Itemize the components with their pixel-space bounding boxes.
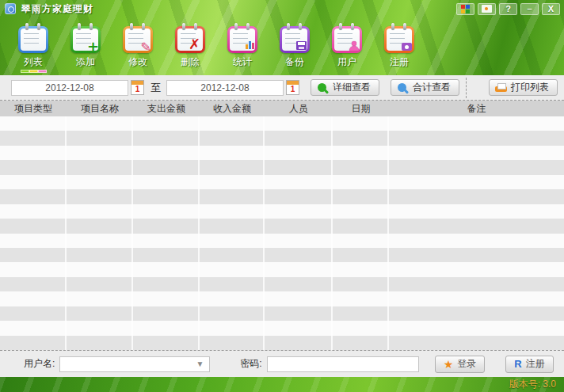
calendar-from-button[interactable]: 1 — [131, 80, 144, 95]
table-row[interactable] — [0, 336, 564, 350]
table-cell — [389, 262, 564, 276]
table-cell — [333, 291, 389, 306]
table-cell — [265, 291, 333, 306]
table-cell — [133, 175, 200, 189]
table-cell — [200, 146, 265, 160]
login-button[interactable]: ★ 登录 — [435, 356, 486, 373]
table-cell — [333, 116, 389, 131]
table-cell — [265, 234, 333, 248]
table-cell — [133, 189, 200, 204]
date-range-to-label: 至 — [151, 81, 161, 95]
table-row[interactable] — [0, 116, 564, 131]
table-cell — [265, 175, 333, 189]
table-cell — [333, 175, 389, 189]
table-cell — [265, 160, 333, 174]
table-row[interactable] — [0, 131, 564, 145]
table-header: 项目类型 项目名称 支出金额 收入金额 人员 日期 备注 — [0, 101, 564, 116]
vertical-divider — [466, 78, 467, 98]
password-input[interactable] — [267, 356, 419, 372]
table-cell — [200, 321, 265, 335]
edit-icon: ✎ — [123, 26, 153, 53]
table-cell — [333, 336, 389, 350]
column-header-type: 项目类型 — [0, 101, 67, 116]
toolbar-item-stats[interactable]: 统计 — [225, 22, 260, 73]
table-cell — [67, 262, 133, 276]
login-label: 登录 — [457, 357, 476, 371]
table-cell — [67, 204, 133, 219]
table-cell — [265, 248, 333, 262]
table-row[interactable] — [0, 175, 564, 189]
toolbar-item-user[interactable]: 用户 — [330, 22, 364, 73]
close-button[interactable]: X — [542, 3, 560, 15]
table-cell — [333, 248, 389, 262]
toolbar-item-backup[interactable]: 备份 — [277, 22, 312, 73]
table-cell — [333, 219, 389, 233]
table-cell — [265, 262, 333, 276]
table-cell — [0, 248, 67, 262]
calendar-to-button[interactable]: 1 — [286, 80, 299, 95]
table-row[interactable] — [0, 219, 564, 233]
table-cell — [67, 160, 133, 174]
version-text: 版本号: 3.0 — [509, 378, 556, 391]
footer: 版本号: 3.0 — [0, 377, 564, 392]
table-row[interactable] — [0, 291, 564, 306]
column-header-name: 项目名称 — [67, 101, 133, 116]
toolbar-item-edit[interactable]: ✎ 修改 — [120, 22, 155, 73]
toolbar-item-add[interactable]: + 添加 — [68, 22, 103, 73]
calendar-icon: 1 — [131, 85, 143, 94]
print-list-button[interactable]: 打印列表 — [489, 79, 558, 96]
window-title: 翠雨方家庭理财 — [21, 2, 93, 16]
theme-button[interactable] — [456, 3, 474, 15]
table-cell — [0, 116, 67, 131]
table-cell — [67, 336, 133, 350]
column-header-expense: 支出金额 — [133, 101, 200, 116]
total-view-button[interactable]: 合计查看 — [391, 79, 459, 96]
toolbar-item-register[interactable]: 注册 — [382, 22, 417, 73]
table-cell — [67, 321, 133, 335]
toolbar-item-label: 列表 — [24, 55, 43, 69]
table-cell — [389, 116, 564, 131]
table-cell — [333, 277, 389, 291]
detail-view-button[interactable]: 详细查看 — [311, 79, 379, 96]
table-cell — [389, 306, 564, 321]
table-cell — [389, 234, 564, 248]
login-bar: 用户名: ▼ 密码: ★ 登录 R 注册 — [0, 350, 564, 377]
date-from-input[interactable] — [11, 80, 128, 96]
toolbar-item-list[interactable]: 列表 — [16, 22, 51, 73]
toolbar-item-delete[interactable]: ✗ 删除 — [173, 22, 208, 73]
table-cell — [265, 321, 333, 335]
table-cell — [333, 131, 389, 145]
mini-window-icon — [482, 5, 492, 13]
table-cell — [200, 262, 265, 276]
table-row[interactable] — [0, 262, 564, 276]
date-to-input[interactable] — [166, 80, 284, 96]
toolbar-item-label: 备份 — [285, 55, 304, 69]
minimize-button[interactable]: – — [520, 3, 539, 15]
table-row[interactable] — [0, 234, 564, 248]
camera-emblem-icon — [402, 43, 412, 51]
table-cell — [200, 248, 265, 262]
table-cell — [389, 204, 564, 219]
table-cell — [389, 189, 564, 204]
help-button[interactable]: ? — [499, 3, 517, 15]
table-row[interactable] — [0, 204, 564, 219]
table-row[interactable] — [0, 321, 564, 335]
table-row[interactable] — [0, 306, 564, 321]
table-cell — [0, 131, 67, 145]
add-icon: + — [70, 26, 101, 53]
register-button[interactable]: R 注册 — [505, 356, 553, 373]
table-row[interactable] — [0, 146, 564, 160]
register-icon — [384, 26, 414, 53]
table-cell — [133, 234, 200, 248]
desktop-button[interactable] — [478, 3, 496, 15]
table-cell — [265, 146, 333, 160]
table-row[interactable] — [0, 160, 564, 174]
table-row[interactable] — [0, 248, 564, 262]
table-row[interactable] — [0, 189, 564, 204]
table-row[interactable] — [0, 277, 564, 291]
username-dropdown[interactable]: ▼ — [59, 356, 210, 372]
table-cell — [333, 234, 389, 248]
table-cell — [0, 336, 67, 350]
table-cell — [200, 291, 265, 306]
user-icon — [332, 26, 362, 53]
